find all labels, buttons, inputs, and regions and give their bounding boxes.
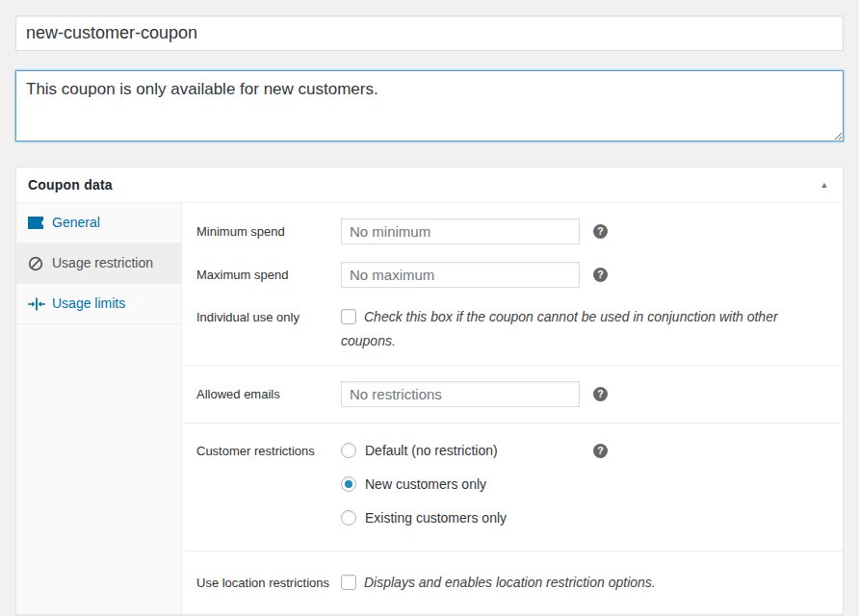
default-restriction-radio[interactable] xyxy=(341,443,356,458)
help-tip-icon[interactable]: ? xyxy=(593,387,608,401)
maximum-spend-label: Maximum spend xyxy=(196,268,341,282)
help-tip-icon[interactable]: ? xyxy=(593,224,608,239)
coupon-description-textarea[interactable]: This coupon is only available for new cu… xyxy=(15,70,844,141)
location-restrictions-field: Use location restrictions Displays and e… xyxy=(182,571,843,595)
tab-general: General xyxy=(16,203,181,244)
location-restrictions-checkbox[interactable] xyxy=(341,575,356,590)
tab-general-label: General xyxy=(52,215,100,231)
tab-usage-limits-link[interactable]: Usage limits xyxy=(16,284,181,323)
existing-customers-label: Existing customers only xyxy=(365,510,507,526)
maximum-spend-input[interactable] xyxy=(341,262,580,288)
tab-general-link[interactable]: General xyxy=(16,203,181,243)
metabox-title: Coupon data xyxy=(16,177,113,192)
allowed-emails-field: Allowed emails ? xyxy=(182,381,843,407)
tab-usage-restriction: Usage restriction xyxy=(16,244,181,284)
help-tip-icon[interactable]: ? xyxy=(593,268,608,282)
individual-use-label: Individual use only xyxy=(196,305,341,329)
location-restrictions-wrap: Displays and enables location restrictio… xyxy=(341,571,656,595)
individual-use-wrap: Check this box if the coupon cannot be u… xyxy=(341,305,784,353)
help-tip-icon[interactable]: ? xyxy=(593,444,608,458)
customer-restrictions-options: Default (no restriction) New customers o… xyxy=(341,443,580,526)
individual-use-checkbox[interactable] xyxy=(341,309,356,324)
allowed-emails-label: Allowed emails xyxy=(196,387,341,401)
spend-options-group: Minimum spend ? Maximum spend ? Individu… xyxy=(182,203,843,365)
minimum-spend-field: Minimum spend ? xyxy=(182,218,843,244)
location-restrictions-group: Use location restrictions Displays and e… xyxy=(182,551,843,614)
maximum-spend-field: Maximum spend ? xyxy=(182,262,843,288)
coupon-data-metabox: Coupon data ▲ General xyxy=(15,167,844,615)
new-customers-radio[interactable] xyxy=(341,476,356,492)
no-entry-icon xyxy=(28,255,45,271)
allowed-emails-input[interactable] xyxy=(341,381,580,407)
minimum-spend-label: Minimum spend xyxy=(196,224,341,239)
individual-use-description: Check this box if the coupon cannot be u… xyxy=(341,309,778,348)
customer-restrictions-label: Customer restrictions xyxy=(196,443,341,459)
metabox-header: Coupon data ▲ xyxy=(16,167,843,203)
limit-arrows-icon xyxy=(28,295,45,312)
customer-restrictions-group: Customer restrictions Default (no restri… xyxy=(182,423,843,551)
radio-option-new-customers: New customers only xyxy=(341,476,580,492)
radio-option-default: Default (no restriction) xyxy=(341,443,580,458)
individual-use-field: Individual use only Check this box if th… xyxy=(182,305,843,353)
default-restriction-label: Default (no restriction) xyxy=(365,443,498,458)
usage-restriction-panel: Minimum spend ? Maximum spend ? Individu… xyxy=(182,203,843,614)
new-customers-label: New customers only xyxy=(365,476,486,492)
tab-usage-restriction-label: Usage restriction xyxy=(52,255,153,271)
customer-restrictions-field: Customer restrictions Default (no restri… xyxy=(182,443,843,526)
tab-usage-limits: Usage limits xyxy=(16,284,181,324)
existing-customers-radio[interactable] xyxy=(341,510,356,526)
ticket-icon xyxy=(28,215,45,231)
minimum-spend-input[interactable] xyxy=(341,218,580,244)
coupon-code-input[interactable] xyxy=(15,15,844,51)
radio-option-existing-customers: Existing customers only xyxy=(341,510,580,526)
location-restrictions-label: Use location restrictions xyxy=(196,571,341,595)
location-restrictions-description: Displays and enables location restrictio… xyxy=(364,575,656,590)
coupon-data-tabs: General Usage restriction xyxy=(16,203,182,614)
metabox-body: General Usage restriction xyxy=(16,203,843,614)
collapse-toggle-button[interactable]: ▲ xyxy=(806,167,843,202)
allowed-emails-group: Allowed emails ? xyxy=(182,365,843,423)
tab-usage-restriction-link[interactable]: Usage restriction xyxy=(16,244,181,283)
tab-usage-limits-label: Usage limits xyxy=(52,295,125,312)
